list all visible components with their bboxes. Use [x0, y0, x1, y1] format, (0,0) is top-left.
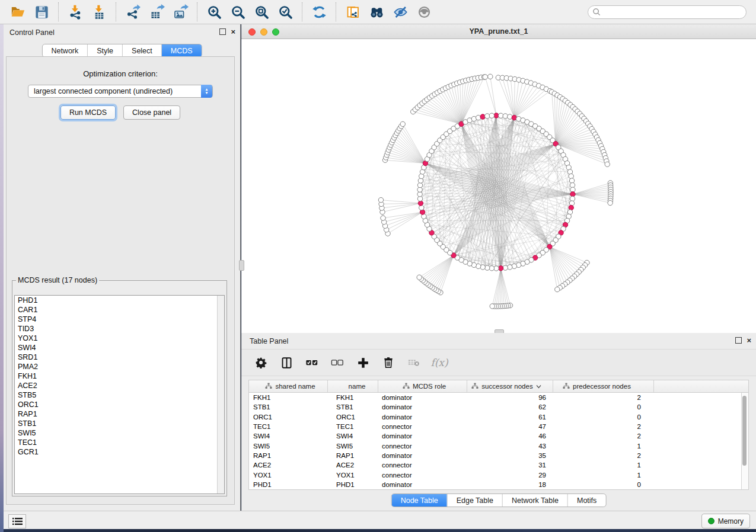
tab-mcds[interactable]: MCDS [161, 44, 202, 57]
tab-motifs[interactable]: Motifs [567, 494, 605, 507]
import-network-icon[interactable] [65, 2, 85, 22]
table-row[interactable]: SWI4SWI4dominator462 [249, 431, 748, 441]
hide-selected-icon[interactable] [390, 2, 410, 22]
network-canvas[interactable] [241, 39, 756, 333]
search-icon [592, 8, 601, 17]
mcds-result-item[interactable]: CAR1 [15, 305, 224, 315]
table-cell-successor_nodes: 43 [467, 443, 553, 450]
show-all-icon[interactable] [414, 2, 434, 22]
table-cell-name: RAP1 [328, 452, 378, 459]
run-mcds-button[interactable]: Run MCDS [60, 105, 116, 120]
show-columns-icon[interactable] [279, 355, 294, 370]
select-all-rows-icon[interactable] [304, 355, 320, 370]
mcds-result-list[interactable]: PHD1CAR1STP4TID3YOX1SWI4SRD1PMA2FKH1ACE2… [14, 295, 225, 494]
table-cell-successor_nodes: 47 [467, 423, 553, 430]
mcds-result-item[interactable]: PMA2 [15, 362, 224, 371]
mcds-result-item[interactable]: SRD1 [15, 352, 224, 362]
mcds-result-item[interactable]: GCR1 [15, 447, 224, 457]
window-close-icon[interactable] [248, 28, 256, 36]
mcds-result-item[interactable]: STB5 [15, 390, 224, 400]
table-cell-successor_nodes: 18 [467, 481, 553, 488]
table-cell-name: YOX1 [328, 472, 378, 479]
table-cell-successor_nodes: 96 [467, 394, 553, 401]
window-minimize-icon[interactable] [260, 28, 267, 36]
table-row[interactable]: SWI5SWI5connector431 [249, 441, 748, 450]
close-table-panel-icon[interactable]: × [747, 338, 751, 343]
window-zoom-icon[interactable] [272, 28, 279, 36]
mcds-result-item[interactable]: STP4 [15, 315, 224, 324]
table-row[interactable]: ACE2ACE2connector311 [249, 460, 748, 470]
first-neighbors-icon[interactable] [366, 2, 387, 22]
mcds-result-item[interactable]: STB1 [15, 419, 224, 428]
export-table-icon[interactable] [146, 2, 167, 22]
mcds-result-item[interactable]: YOX1 [15, 334, 224, 343]
tab-style[interactable]: Style [87, 44, 122, 57]
mcds-result-item[interactable]: SWI5 [15, 428, 224, 438]
create-column-icon[interactable] [355, 355, 371, 370]
task-history-button[interactable] [8, 514, 26, 528]
export-image-icon[interactable] [170, 2, 190, 22]
column-header-shared-name[interactable]: shared name [249, 380, 328, 392]
zoom-fit-icon[interactable] [251, 2, 272, 22]
close-panel-button[interactable]: Close panel [123, 105, 180, 120]
tab-select[interactable]: Select [122, 44, 161, 57]
mcds-result-item[interactable]: ORC1 [15, 400, 224, 409]
vertical-splitter-handle[interactable] [239, 260, 244, 271]
zoom-out-icon[interactable] [228, 2, 248, 22]
table-row[interactable]: RAP1RAP1dominator352 [249, 451, 748, 460]
mcds-result-item[interactable]: ACE2 [15, 381, 224, 390]
table-row[interactable]: FKH1FKH1dominator962 [249, 393, 748, 402]
refresh-view-icon[interactable] [309, 2, 329, 22]
tab-node-table[interactable]: Node Table [392, 494, 447, 507]
import-table-icon[interactable] [89, 2, 109, 22]
table-row[interactable]: YOX1YOX1connector291 [249, 470, 748, 479]
table-row[interactable]: TEC1TEC1connector472 [249, 422, 748, 431]
search-input[interactable] [588, 5, 747, 19]
table-mode-gear-icon[interactable] [253, 355, 269, 370]
zoom-in-icon[interactable] [204, 2, 224, 22]
delete-column-icon[interactable] [381, 355, 396, 370]
export-network-icon[interactable] [123, 2, 143, 22]
column-header-successor-nodes[interactable]: successor nodes [467, 380, 553, 392]
mcds-result-item[interactable]: SWI4 [15, 343, 224, 352]
float-table-panel-icon[interactable] [735, 337, 742, 344]
mcds-result-item[interactable]: RAP1 [15, 409, 224, 419]
column-header-mcds-role[interactable]: MCDS role [378, 380, 467, 392]
criterion-dropdown[interactable]: largest connected component (undirected)… [28, 85, 213, 98]
memory-button-label: Memory [718, 517, 744, 525]
close-panel-icon[interactable]: × [231, 29, 235, 34]
table-cell-mcds_role: dominator [378, 481, 467, 488]
table-row[interactable]: ORC1ORC1dominator610 [249, 412, 748, 422]
table-panel-tabs: Node Table Edge Table Network Table Moti… [391, 493, 607, 507]
float-panel-icon[interactable] [219, 28, 226, 35]
open-file-icon[interactable] [8, 2, 28, 22]
memory-button[interactable]: Memory [701, 514, 750, 528]
mcds-result-item[interactable]: TID3 [15, 324, 224, 334]
new-network-from-selection-icon[interactable] [343, 2, 363, 22]
mcds-result-item[interactable]: TEC1 [15, 438, 224, 447]
mcds-result-item[interactable]: PHD1 [15, 296, 224, 305]
save-session-icon[interactable] [31, 2, 52, 22]
tab-edge-table[interactable]: Edge Table [447, 494, 502, 507]
table-cell-shared_name: PHD1 [249, 481, 328, 488]
tab-network[interactable]: Network [42, 44, 87, 57]
table-cell-name: PHD1 [328, 481, 378, 488]
table-row[interactable]: STB1STB1dominator620 [249, 402, 748, 412]
table-cell-shared_name: YOX1 [249, 472, 328, 479]
zoom-selected-icon[interactable] [275, 2, 295, 22]
sort-chevron-icon [536, 384, 541, 389]
mcds-list-scrollbar[interactable] [217, 296, 224, 493]
table-scrollbar[interactable] [741, 393, 748, 489]
tab-network-table[interactable]: Network Table [502, 494, 567, 507]
column-header-name[interactable]: name [328, 380, 378, 392]
table-row[interactable]: PHD1PHD1dominator180 [249, 480, 748, 489]
table-cell-predecessor_nodes: 1 [553, 443, 654, 450]
table-toolbar: f(x) [241, 349, 756, 376]
table-scrollbar-thumb[interactable] [742, 396, 747, 466]
mcds-result-title: MCDS result (17 nodes) [16, 276, 99, 284]
node-table-header: shared name name MCDS role successor nod… [249, 380, 748, 393]
deselect-all-rows-icon[interactable] [330, 355, 345, 370]
table-cell-predecessor_nodes: 1 [553, 462, 654, 469]
column-header-predecessor-nodes[interactable]: predecessor nodes [553, 380, 654, 392]
mcds-result-item[interactable]: FKH1 [15, 371, 224, 381]
